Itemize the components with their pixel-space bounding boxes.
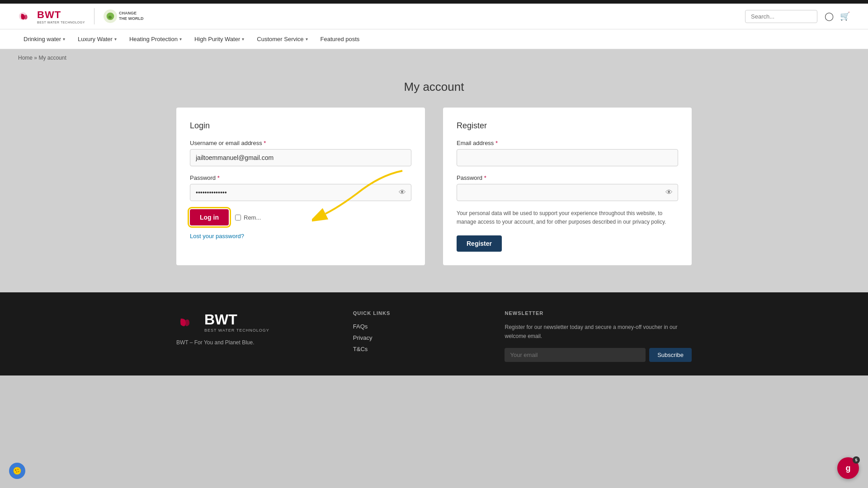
main-content: My account Login Username or email addre… — [0, 66, 868, 292]
change-world-logo[interactable]: CHANGE THE WORLD — [104, 9, 144, 23]
nav-item-drinking-water[interactable]: Drinking water ▾ — [18, 31, 71, 47]
search-input[interactable] — [745, 10, 817, 23]
header: BWT BEST WATER TECHNOLOGY CHANGE THE WOR… — [0, 4, 868, 29]
bwt-logo-text: BWT BEST WATER TECHNOLOGY — [37, 9, 85, 24]
main-nav: Drinking water ▾ Luxury Water ▾ Heating … — [0, 29, 868, 49]
svg-point-4 — [15, 469, 16, 471]
footer-bwt-letters: BWT — [204, 311, 269, 328]
cart-icon[interactable]: 🛒 — [840, 11, 850, 21]
footer-link-privacy[interactable]: Privacy — [353, 334, 478, 341]
svg-point-7 — [19, 471, 19, 472]
chevron-down-icon: ▾ — [114, 37, 117, 42]
bwt-logo[interactable]: BWT BEST WATER TECHNOLOGY — [18, 8, 85, 24]
register-email-input[interactable] — [457, 149, 678, 166]
login-actions: Log in Rem... — [190, 209, 411, 225]
logo-area: BWT BEST WATER TECHNOLOGY CHANGE THE WOR… — [18, 8, 143, 24]
cookie-icon[interactable] — [9, 463, 25, 479]
svg-point-3 — [14, 467, 21, 475]
change-world-text: CHANGE THE WORLD — [119, 11, 144, 21]
register-password-input[interactable] — [457, 184, 678, 201]
footer-links-section: QUICK LINKS FAQs Privacy T&Cs — [353, 310, 478, 361]
footer-logo-section: BWT BEST WATER TECHNOLOGY BWT – For You … — [176, 310, 326, 361]
bwt-letters: BWT — [37, 9, 85, 21]
login-form: Login Username or email address * Passwo… — [176, 108, 425, 265]
required-star-3: * — [495, 140, 498, 146]
register-eye-icon[interactable]: 👁 — [665, 188, 673, 197]
password-wrapper: 👁 — [190, 184, 411, 201]
privacy-note: Your personal data will be used to suppo… — [457, 209, 678, 226]
top-bar — [0, 0, 868, 4]
breadcrumb-separator: » — [34, 55, 37, 61]
nav-item-luxury-water[interactable]: Luxury Water ▾ — [72, 31, 122, 47]
footer-tagline: BWT – For You and Planet Blue. — [176, 339, 326, 346]
svg-point-5 — [18, 469, 19, 470]
password-label: Password * — [190, 174, 411, 181]
breadcrumb-home[interactable]: Home — [18, 55, 33, 61]
nav-item-featured-posts[interactable]: Featured posts — [315, 31, 365, 47]
footer: BWT BEST WATER TECHNOLOGY BWT – For You … — [0, 292, 868, 375]
forms-row: Login Username or email address * Passwo… — [176, 108, 692, 265]
chevron-down-icon: ▾ — [63, 37, 65, 42]
chevron-down-icon: ▾ — [179, 37, 182, 42]
breadcrumb-current: My account — [38, 55, 66, 61]
bwt-logo-icon — [18, 8, 34, 24]
footer-newsletter-section: NEWSLETTER Register for our newsletter t… — [505, 310, 692, 361]
password-field-group: Password * 👁 — [190, 174, 411, 201]
chat-badge: 5 — [853, 456, 860, 464]
username-input[interactable] — [190, 149, 411, 166]
required-star-4: * — [484, 174, 486, 181]
chevron-down-icon: ▾ — [306, 37, 308, 42]
register-email-label: Email address * — [457, 140, 678, 146]
password-input[interactable] — [190, 184, 411, 201]
register-email-field-group: Email address * — [457, 140, 678, 166]
page-title: My account — [18, 80, 850, 94]
newsletter-subscribe-button[interactable]: Subscribe — [649, 348, 692, 362]
login-button[interactable]: Log in — [190, 209, 229, 225]
lost-password-link[interactable]: Lost your password? — [190, 233, 244, 239]
cookie-svg — [13, 466, 22, 475]
newsletter-email-input[interactable] — [505, 348, 646, 362]
remember-me: Rem... — [235, 214, 261, 221]
required-star-2: * — [217, 174, 220, 181]
newsletter-text: Register for our newsletter today and se… — [505, 323, 692, 340]
user-icon[interactable]: ◯ — [825, 11, 834, 21]
footer-link-tcs[interactable]: T&Cs — [353, 346, 478, 352]
footer-bwt-text: BWT BEST WATER TECHNOLOGY — [204, 311, 269, 333]
logo-divider — [94, 8, 94, 24]
nav-item-customer-service[interactable]: Customer Service ▾ — [251, 31, 313, 47]
footer-bwt-svg-icon — [176, 310, 199, 333]
header-right: ◯ 🛒 — [745, 10, 850, 23]
header-icons: ◯ 🛒 — [825, 11, 850, 21]
footer-newsletter-title: NEWSLETTER — [505, 310, 692, 316]
register-form: Register Email address * Password * — [443, 108, 692, 265]
username-field-group: Username or email address * — [190, 140, 411, 166]
required-star: * — [264, 140, 266, 146]
change-world-icon — [104, 9, 117, 23]
forms-wrapper: Login Username or email address * Passwo… — [176, 108, 692, 265]
footer-bwt-sub: BEST WATER TECHNOLOGY — [204, 328, 269, 333]
footer-quick-links-title: QUICK LINKS — [353, 310, 478, 316]
footer-bwt-logo: BWT BEST WATER TECHNOLOGY — [176, 310, 326, 333]
remember-me-checkbox[interactable] — [235, 215, 241, 221]
svg-point-6 — [16, 471, 17, 472]
chat-letter: g — [846, 464, 851, 473]
register-button[interactable]: Register — [457, 235, 502, 252]
register-password-label: Password * — [457, 174, 678, 181]
login-form-title: Login — [190, 121, 411, 131]
nav-item-heating-protection[interactable]: Heating Protection ▾ — [124, 31, 187, 47]
username-label: Username or email address * — [190, 140, 411, 146]
register-password-wrapper: 👁 — [457, 184, 678, 201]
register-password-field-group: Password * 👁 — [457, 174, 678, 201]
footer-link-faqs[interactable]: FAQs — [353, 323, 478, 330]
chat-widget[interactable]: g 5 — [837, 457, 859, 479]
footer-content: BWT BEST WATER TECHNOLOGY BWT – For You … — [176, 310, 692, 361]
change-world-svg — [106, 12, 115, 21]
nav-item-high-purity-water[interactable]: High Purity Water ▾ — [189, 31, 250, 47]
chevron-down-icon: ▾ — [242, 37, 244, 42]
bwt-sub: BEST WATER TECHNOLOGY — [37, 21, 85, 24]
register-form-title: Register — [457, 121, 678, 131]
breadcrumb: Home » My account — [0, 49, 868, 66]
eye-icon[interactable]: 👁 — [399, 188, 406, 197]
newsletter-bar: Subscribe — [505, 348, 692, 362]
